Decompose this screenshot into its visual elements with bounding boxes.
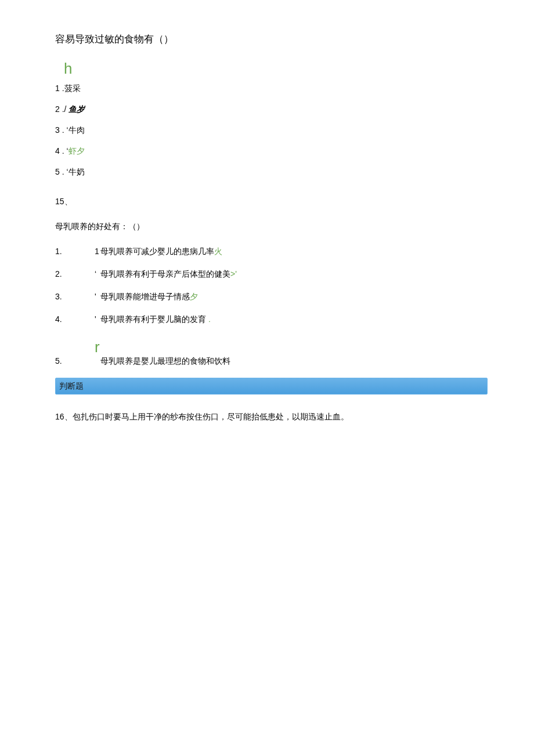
- q14-opt3-text: 牛肉: [68, 125, 85, 135]
- q15-option-1: 1. 1 母乳喂养可减少婴儿的患病几率火: [55, 245, 488, 258]
- q15-opt2-num: 2.: [55, 268, 95, 280]
- q14-option-1: 1 .菠采: [55, 82, 488, 95]
- q14-opt2-text: 鱼岁: [68, 104, 85, 114]
- q14-opt4-sep: .: [60, 146, 64, 155]
- q15-opt2-pre: ‘: [95, 268, 100, 280]
- q15-opt1-mark: 火: [214, 247, 222, 256]
- q15-opt4-text: 母乳喂养有利于婴儿脑的发育: [100, 314, 206, 324]
- q15-option-3: 3. ' 母乳喂养能增进母子情感夕: [55, 291, 488, 303]
- q15-opt4-num: 4.: [55, 313, 95, 325]
- artifact-letter-h: h: [64, 57, 488, 80]
- q15-opt3-text: 母乳喂养能增进母子情感: [100, 292, 190, 301]
- q14-opt5-pre: ‘: [64, 167, 68, 176]
- q14-option-2: 2 ./ 鱼岁: [55, 103, 488, 115]
- q15-opt2-text: 母乳喂养有利于母亲产后体型的健美: [100, 269, 230, 278]
- question-15-options: 1. 1 母乳喂养可减少婴儿的患病几率火 2. ‘母乳喂养有利于母亲产后体型的健…: [55, 245, 488, 367]
- q15-opt5-text: 母乳喂养是婴儿最理想的食物和饮料: [100, 356, 230, 366]
- question-14-options: 1 .菠采 2 ./ 鱼岁 3 . ‘牛肉 4 . ‘虾夕 5 . ‘牛奶: [55, 82, 488, 178]
- q14-option-4: 4 . ‘虾夕: [55, 145, 488, 157]
- q15-option-4: 4. ' 母乳喂养有利于婴儿脑的发育 .: [55, 313, 488, 325]
- q14-opt1-sep: .: [60, 84, 64, 93]
- q14-option-3: 3 . ‘牛肉: [55, 124, 488, 136]
- q15-opt3-pre: ': [95, 291, 100, 303]
- q14-opt4-mark: 夕: [77, 146, 85, 155]
- q15-opt3-num: 3.: [55, 291, 95, 303]
- q14-opt5-num: 5: [55, 167, 60, 176]
- section-header-judgment: 判断题: [55, 378, 488, 395]
- q14-opt5-text: 牛奶: [68, 167, 85, 176]
- q14-opt2-sep: .: [60, 104, 64, 114]
- q14-opt3-num: 3: [55, 125, 60, 135]
- question-14-title: 容易导致过敏的食物有（）: [55, 32, 488, 47]
- q14-opt3-sep: .: [60, 125, 64, 135]
- q14-opt5-sep: .: [60, 167, 64, 176]
- q14-opt4-text: 虾: [68, 146, 77, 155]
- q14-opt4-pre: ‘: [64, 146, 68, 155]
- q15-option-5: 5. 母乳喂养是婴儿最理想的食物和饮料: [55, 355, 488, 367]
- q14-opt1-num: 1: [55, 84, 60, 93]
- q14-option-5: 5 . ‘牛奶: [55, 166, 488, 178]
- q15-opt1-num: 1.: [55, 245, 95, 258]
- question-16-text: 16、包扎伤口时要马上用干净的纱布按住伤口，尽可能抬低患处，以期迅速止血。: [55, 411, 488, 423]
- q14-opt1-text: 菠采: [64, 84, 81, 93]
- q15-opt3-mark: 夕: [190, 292, 198, 301]
- q15-opt1-pre: 1: [95, 245, 100, 258]
- q14-opt3-pre: ‘: [64, 125, 68, 135]
- q15-opt1-text: 母乳喂养可减少婴儿的患病几率: [100, 247, 214, 256]
- q15-option-2: 2. ‘母乳喂养有利于母亲产后体型的健美>': [55, 268, 488, 280]
- q15-opt4-pre: ': [95, 313, 100, 325]
- question-15-title: 母乳喂养的好处有：（）: [55, 220, 488, 233]
- q15-opt2-mark: >': [230, 269, 237, 278]
- q14-opt2-num: 2: [55, 104, 60, 114]
- q15-opt4-mark: .: [206, 314, 211, 324]
- q15-opt5-num: 5.: [55, 355, 95, 367]
- q14-opt4-num: 4: [55, 146, 60, 155]
- question-15-number: 15、: [55, 196, 488, 208]
